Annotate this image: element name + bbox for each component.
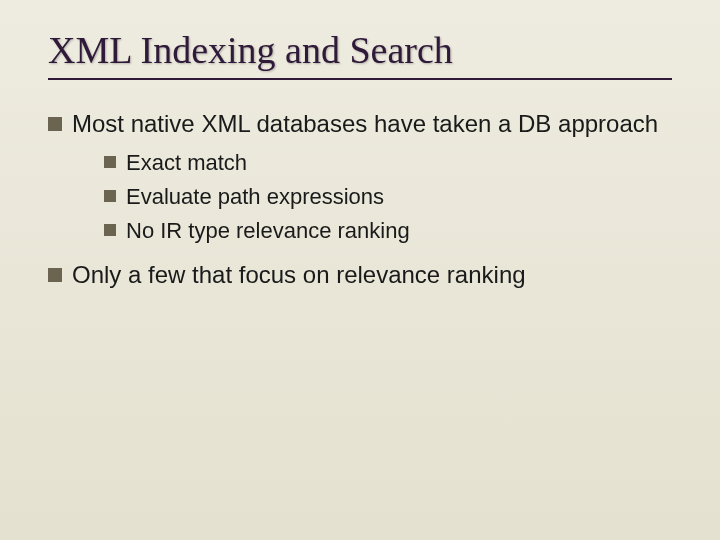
content-area: Most native XML databases have taken a D… xyxy=(48,108,672,292)
square-bullet-icon xyxy=(104,224,116,236)
bullet-text: Only a few that focus on relevance ranki… xyxy=(72,259,672,291)
bullet-text: Most native XML databases have taken a D… xyxy=(72,108,672,140)
bullet-text: No IR type relevance ranking xyxy=(126,216,672,246)
bullet-level2: Exact match xyxy=(48,148,672,178)
slide: XML Indexing and Search Most native XML … xyxy=(0,0,720,540)
square-bullet-icon xyxy=(48,117,62,131)
bullet-text: Evaluate path expressions xyxy=(126,182,672,212)
bullet-level2: Evaluate path expressions xyxy=(48,182,672,212)
title-underline xyxy=(48,78,672,80)
square-bullet-icon xyxy=(104,156,116,168)
sub-bullet-group: Exact match Evaluate path expressions No… xyxy=(48,148,672,245)
bullet-text: Exact match xyxy=(126,148,672,178)
square-bullet-icon xyxy=(104,190,116,202)
slide-title: XML Indexing and Search xyxy=(48,28,672,72)
bullet-level2: No IR type relevance ranking xyxy=(48,216,672,246)
bullet-level1: Only a few that focus on relevance ranki… xyxy=(48,259,672,291)
bullet-level1: Most native XML databases have taken a D… xyxy=(48,108,672,140)
square-bullet-icon xyxy=(48,268,62,282)
